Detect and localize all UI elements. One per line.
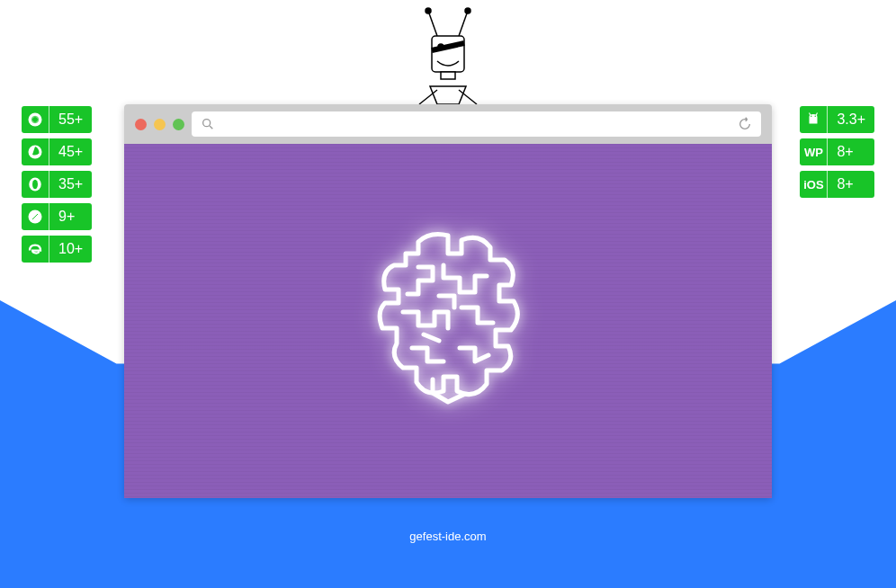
chrome-icon (22, 106, 49, 133)
browser-toolbar (124, 104, 772, 144)
svg-point-14 (32, 180, 38, 190)
svg-line-0 (428, 11, 437, 36)
compat-badge-firefox: 45+ (22, 138, 92, 165)
robot-mascot-illustration (394, 7, 502, 114)
wp-label: WP (800, 138, 827, 165)
ie-icon (22, 236, 49, 263)
svg-point-3 (465, 8, 470, 13)
svg-point-20 (203, 120, 211, 127)
android-icon (800, 106, 827, 133)
svg-point-10 (32, 117, 38, 122)
compat-badge-safari: 9+ (22, 203, 92, 230)
opera-icon (22, 171, 49, 198)
url-bar[interactable] (192, 111, 761, 137)
compat-badge-ie: 10+ (22, 236, 92, 263)
browser-content-area (124, 144, 772, 498)
browser-mockup (124, 104, 772, 498)
window-controls[interactable] (135, 119, 184, 130)
svg-point-2 (426, 8, 431, 13)
svg-rect-4 (432, 36, 464, 72)
compat-version: 8+ (828, 171, 862, 198)
compat-badge-chrome: 55+ (22, 106, 92, 133)
close-icon[interactable] (135, 119, 147, 130)
minimize-icon[interactable] (154, 119, 166, 130)
compat-version: 9+ (49, 203, 84, 230)
compat-version: 35+ (49, 171, 92, 198)
mobile-platform-compat-list: 3.3+ WP 8+ iOS 8+ (800, 106, 874, 198)
compat-version: 10+ (49, 236, 92, 263)
firefox-icon (22, 138, 49, 165)
svg-line-1 (459, 11, 468, 36)
compat-badge-opera: 35+ (22, 171, 92, 198)
compat-version: 45+ (49, 138, 92, 165)
footer-url[interactable]: gefest-ide.com (409, 530, 486, 543)
svg-point-5 (438, 44, 444, 49)
svg-line-16 (810, 113, 811, 116)
maximize-icon[interactable] (173, 119, 184, 130)
compat-badge-wp: WP 8+ (800, 138, 874, 165)
compat-version: 55+ (49, 106, 92, 133)
reload-icon[interactable] (738, 117, 752, 131)
svg-point-18 (811, 116, 812, 118)
compat-version: 3.3+ (828, 106, 874, 133)
ios-label: iOS (800, 171, 827, 198)
desktop-browser-compat-list: 55+ 45+ 35+ 9+ 10+ (22, 106, 92, 263)
svg-point-19 (815, 116, 817, 118)
brain-illustration (354, 222, 542, 420)
search-icon (201, 117, 215, 131)
compat-version: 8+ (828, 138, 862, 165)
safari-icon (22, 203, 49, 230)
compat-badge-android: 3.3+ (800, 106, 874, 133)
compat-badge-ios: iOS 8+ (800, 171, 874, 198)
svg-line-21 (210, 126, 212, 129)
svg-line-17 (816, 113, 818, 116)
svg-rect-6 (441, 72, 455, 79)
